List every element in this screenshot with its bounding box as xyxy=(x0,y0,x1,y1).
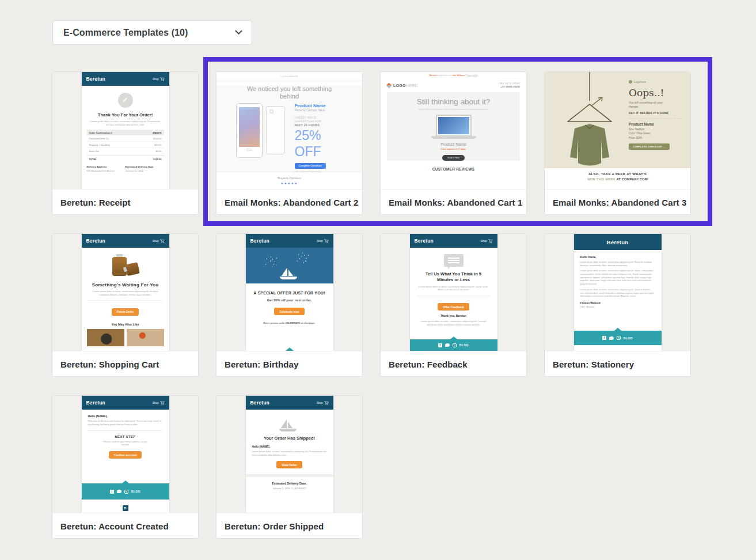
template-preview: Beretun Shop ✓ Thank You For Your Order!… xyxy=(52,72,198,189)
flask-product-image xyxy=(110,254,141,277)
email-thumbnail: Beretun Shop A SPECIAL OFFER JUST FOR YO… xyxy=(246,234,333,351)
delivery-info: Delivery Address 675 Massachusetts Avenu… xyxy=(82,165,169,172)
template-card-beretun-account-created[interactable]: Beretun Shop Hello (NAME), Welcome to Be… xyxy=(52,395,199,539)
email-heading: Your Order Has Shipped! xyxy=(246,436,333,441)
email-header: Beretun xyxy=(574,234,662,250)
blog-label: BLOG xyxy=(459,343,469,347)
email-body: We noticed you left something behind Pro… xyxy=(216,85,362,172)
template-card-beretun-stationery[interactable]: Beretun Hello there, Lorem ipsum dolor s… xyxy=(544,233,691,377)
email-footer: ALSO, TAKE A PEEK AT WHAT'S NEW THIS WEE… xyxy=(545,168,690,189)
grab-it-button: Grab It Now xyxy=(442,155,465,161)
blog-label: BLOG xyxy=(624,336,633,340)
social-row: f BLOG xyxy=(82,483,169,500)
template-title: Beretun: Order Shipped xyxy=(225,521,324,531)
sailboat-icon xyxy=(279,417,300,432)
template-preview: Beretun Shop Something's Waiting For You… xyxy=(52,234,198,351)
template-preview: Beretun Shop Tell Us What You Think in 5… xyxy=(381,234,526,351)
email-thumbnail: Beretun Shop ✓ Thank You For Your Order!… xyxy=(82,72,169,189)
twitter-icon xyxy=(445,343,450,347)
facebook-icon: f xyxy=(110,490,114,494)
email-footer: f BLOG xyxy=(410,339,497,351)
email-header: Beretun Shop xyxy=(82,234,169,248)
hanger-shirt-illustration xyxy=(549,72,630,168)
logo-row: LOGOHERE CALL US TO ORDER +91 09999 0909… xyxy=(381,78,526,92)
facebook-icon: f xyxy=(602,336,606,340)
check-icon: ✓ xyxy=(118,93,133,108)
preheader-bar: Missed bought this in the last 24 hours … xyxy=(381,72,526,78)
template-preview: Logohere Oops..! You left something on y… xyxy=(545,72,690,189)
checkout-button: Complete Checkout xyxy=(295,163,326,169)
cart-icon xyxy=(324,239,329,243)
customer-reviews-heading: CUSTOMER REVIEWS xyxy=(381,167,526,171)
brand-mark-icon: B xyxy=(123,505,128,511)
template-preview: Beretun Shop A SPECIAL OFFER JUST FOR YO… xyxy=(216,234,362,351)
cart-icon xyxy=(160,401,165,405)
twitter-icon xyxy=(609,336,614,340)
email-footer: f BLOG xyxy=(574,331,662,345)
divider xyxy=(629,118,682,119)
confirm-account-button: Confirm account xyxy=(109,451,142,459)
buyers-opinion-label: Buyers Opinion xyxy=(216,172,362,180)
email-header: Beretun Shop xyxy=(246,396,333,410)
instagram-icon xyxy=(453,343,457,347)
email-header: Beretun Shop xyxy=(82,396,169,410)
template-preview: Beretun Hello there, Lorem ipsum dolor s… xyxy=(545,234,690,351)
greeting: Hello (NAME), xyxy=(246,445,333,448)
celebrate-button: Celebrate now xyxy=(274,308,304,315)
template-preview: Missed bought this in the last 24 hours … xyxy=(381,72,526,189)
cart-expiry-note: Cart expires in 7 days xyxy=(387,147,520,150)
template-title: Email Monks: Abandoned Cart 1 xyxy=(389,198,522,207)
instagram-icon xyxy=(617,336,621,340)
blog-label: BLOG xyxy=(131,490,140,493)
template-preview: LOGOHERE We noticed you left something b… xyxy=(216,72,362,189)
brand-logo: Beretun xyxy=(415,238,434,244)
template-title: Beretun: Birthday xyxy=(225,360,298,369)
email-hero-panel: Still thinking about it? If you still ca… xyxy=(387,92,520,161)
order-table: Order Confirmation #2345678 Purchased It… xyxy=(87,130,164,162)
template-card-beretun-feedback[interactable]: Beretun Shop Tell Us What You Think in 5… xyxy=(380,233,527,377)
template-card-beretun-receipt[interactable]: Beretun Shop ✓ Thank You For Your Order!… xyxy=(52,71,199,215)
template-title: Beretun: Stationery xyxy=(553,360,634,369)
template-title-bar: Beretun: Feedback xyxy=(381,351,526,377)
email-heading: Something's Waiting For You xyxy=(82,282,169,287)
template-card-beretun-order-shipped[interactable]: Beretun Shop Your Order Has Shipped! Hel… xyxy=(216,395,363,539)
divider xyxy=(89,300,162,301)
template-category-dropdown[interactable]: E-Commerce Templates (10) xyxy=(52,20,252,45)
email-header: Beretun Shop xyxy=(410,234,497,248)
template-card-beretun-birthday[interactable]: Beretun Shop A SPECIAL OFFER JUST FOR YO… xyxy=(216,233,363,377)
template-card-abandoned-cart-1[interactable]: Missed bought this in the last 24 hours … xyxy=(380,71,527,215)
email-hero-panel: Logohere Oops..! You left something on y… xyxy=(545,72,690,168)
template-title: Email Monks: Abandoned Cart 2 xyxy=(225,198,358,207)
instagram-icon xyxy=(124,490,128,494)
view-order-button: View Order xyxy=(276,461,302,468)
email-header: Beretun Shop xyxy=(246,234,333,248)
email-thumbnail: Beretun Shop Hello (NAME), Welcome to Be… xyxy=(82,396,169,513)
hero-illustration xyxy=(246,248,333,283)
divider xyxy=(417,296,491,296)
finish-order-button: Finish Order xyxy=(112,308,139,316)
template-card-abandoned-cart-2[interactable]: LOGOHERE We noticed you left something b… xyxy=(216,71,363,215)
template-title-bar: Beretun: Account Created xyxy=(52,513,198,539)
template-card-abandoned-cart-3[interactable]: Logohere Oops..! You left something on y… xyxy=(544,71,691,215)
email-heading: A SPECIAL OFFER JUST FOR YOU! xyxy=(246,291,333,295)
brand-logo: Beretun xyxy=(607,239,628,245)
template-title-bar: Beretun: Order Shipped xyxy=(216,513,362,539)
cart-icon xyxy=(324,401,329,405)
social-row: f BLOG xyxy=(410,339,497,351)
fireworks-icon xyxy=(301,256,302,257)
template-title: Beretun: Account Created xyxy=(60,521,169,531)
laptop-illustration xyxy=(436,115,472,139)
star-rating-icon: ★★★★★ xyxy=(216,181,362,185)
shop-link: Shop xyxy=(153,239,165,243)
email-heading: Still thinking about it? xyxy=(387,92,520,106)
phone-illustration xyxy=(235,103,290,162)
footer-notch xyxy=(614,328,621,331)
template-card-beretun-shopping-cart[interactable]: Beretun Shop Something's Waiting For You… xyxy=(52,233,199,377)
fireworks-icon xyxy=(270,260,271,262)
brand-logo: Beretun xyxy=(86,238,106,244)
email-thumbnail: Beretun Shop Your Order Has Shipped! Hel… xyxy=(246,396,333,513)
email-heading: Tell Us What You Think in 5 Minutes or L… xyxy=(410,271,497,283)
email-body-text: Lorem ipsum dolor sit amet, consectetur … xyxy=(82,120,169,126)
template-title: Beretun: Shopping Cart xyxy=(60,360,159,369)
shop-link: Shop xyxy=(317,401,329,405)
